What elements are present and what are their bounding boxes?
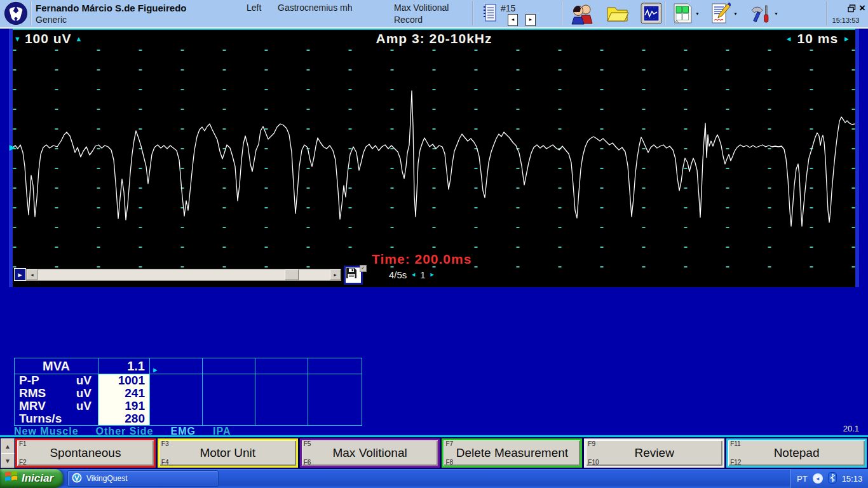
language-indicator[interactable]: PT [797, 474, 808, 484]
sweep-scrollbar[interactable]: ◄ ► [26, 269, 341, 281]
fkey-bottom-label: F12 [730, 459, 741, 466]
measurement-header-empty [203, 358, 255, 374]
measurement-empty-column [255, 374, 308, 425]
start-button[interactable]: Iniciar [0, 469, 63, 488]
measurement-label: Turns/s [15, 412, 98, 425]
fkey-bank-down-button[interactable]: ▼ [1, 453, 15, 468]
toolbar-clock: 15:13:53 [826, 17, 865, 24]
measurement-value: 241 [98, 387, 149, 400]
bluetooth-icon[interactable] [828, 472, 837, 485]
close-button[interactable]: × [859, 4, 865, 13]
fkey-spontaneous[interactable]: F1 F2 Spontaneous [15, 438, 156, 468]
measurement-label: MRVuV [15, 400, 98, 412]
measurement-empty-column [308, 374, 362, 425]
fkey-top-label: F7 [445, 440, 453, 447]
fkey-top-label: F5 [304, 440, 311, 447]
sweep-fraction: 4/5s [389, 269, 407, 280]
fkey-label: Delete Measurement [456, 446, 568, 460]
measurement-empty-column [150, 374, 203, 425]
patient-info-icon[interactable] [571, 3, 595, 27]
measurement-values-column[interactable]: 1001 241 191 280 [98, 374, 150, 425]
windows-taskbar: Iniciar VikingQuest PT ◄ 15:13 [0, 469, 868, 488]
measurement-header-empty [255, 358, 308, 374]
fkey-label: Spontaneous [50, 446, 121, 460]
app-logo-icon [4, 1, 28, 28]
measurement-value: 191 [98, 400, 149, 412]
fkey-max-volitional[interactable]: F5 F6 Max Volitional [300, 438, 440, 468]
toolbar-separator [665, 1, 666, 25]
measurement-value: 1001 [98, 374, 149, 387]
tools-dropdown-icon[interactable]: ▼ [774, 11, 778, 16]
scope-left-border [9, 29, 13, 287]
sensitivity-label: 100 uV [25, 31, 72, 46]
mode-label: Record [394, 15, 423, 25]
tray-collapse-icon[interactable]: ◄ [813, 473, 823, 484]
screen-layout-dropdown-icon[interactable]: ▼ [695, 11, 700, 16]
function-keys: F1 F2 Spontaneous F3 F4 Motor Unit F5 F6… [15, 438, 867, 468]
scope-right-border [855, 29, 859, 287]
fkey-delete-measurement[interactable]: F7 F8 Delete Measurement [442, 438, 582, 468]
emg-plot [9, 29, 859, 287]
report-editor-dropdown-icon[interactable]: ▼ [733, 11, 738, 16]
tray-clock: 15:13 [842, 474, 863, 484]
measurement-header-value: 1.1 [98, 358, 150, 374]
fkey-top-label: F9 [588, 440, 595, 447]
measurement-empty-column [203, 374, 255, 425]
fkey-label: Notepad [774, 446, 820, 460]
task-button-label: VikingQuest [86, 474, 127, 483]
fkey-bottom-label: F10 [588, 459, 599, 466]
measurement-label: P-PuV [15, 374, 98, 387]
start-button-label: Iniciar [22, 472, 53, 485]
app-window: Fernando Márcio S.de Figueiredo Generic … [0, 0, 868, 488]
sensitivity-increase-icon[interactable]: ▲ [76, 36, 83, 43]
sensitivity-decrease-icon[interactable]: ▼ [14, 36, 21, 43]
timebase-increase-icon[interactable]: ► [843, 36, 850, 43]
sensitivity-control: ▼ 100 uV ▲ [14, 31, 83, 46]
sweep-page-number: 1 [420, 269, 425, 280]
fkey-top-label: F1 [19, 440, 27, 447]
open-folder-icon[interactable] [606, 5, 629, 25]
fkey-motor-unit[interactable]: F3 F4 Motor Unit [158, 438, 298, 468]
scrollbar-right-icon[interactable]: ► [330, 269, 341, 280]
acquisition-screen-icon[interactable] [641, 3, 662, 27]
sweep-next-icon[interactable]: ► [430, 271, 435, 278]
scrollbar-thumb[interactable] [285, 269, 299, 280]
trace-baseline-marker-icon: ► [8, 142, 17, 152]
measurement-header-empty [308, 358, 362, 374]
fkey-label: Max Volitional [332, 446, 407, 460]
previous-note-button[interactable]: ◄ [508, 14, 518, 26]
fkey-bank-up-button[interactable]: ▲ [1, 438, 15, 454]
windows-flag-icon [4, 471, 18, 487]
fkey-label: Motor Unit [200, 446, 255, 460]
fkey-review[interactable]: F9 F10 Review [584, 438, 724, 468]
timebase-control: ◄ 10 ms ► [785, 31, 850, 46]
tools-icon[interactable] [750, 4, 771, 26]
save-option-checkbox[interactable]: ✓ [360, 265, 367, 272]
test-label: Max Volitional [394, 3, 449, 13]
muscle-label: Gastrocnemius mh [278, 3, 352, 13]
scrollbar-left-icon[interactable]: ◄ [27, 269, 37, 280]
fkey-bottom-label: F2 [19, 459, 27, 466]
emg-scope: ▼ 100 uV ▲ Amp 3: 20-10kHz ◄ 10 ms ► ► T… [9, 29, 859, 287]
measurement-label: RMSuV [15, 387, 98, 400]
fkey-notepad[interactable]: F11 F12 Notepad [726, 438, 867, 468]
measurement-labels-column: P-PuV RMSuV MRVuV Turns/s [15, 374, 98, 425]
patient-name: Fernando Márcio S.de Figueiredo [36, 3, 187, 13]
next-note-button[interactable]: ► [526, 14, 536, 26]
timebase-decrease-icon[interactable]: ◄ [785, 36, 792, 43]
fkey-bottom-label: F8 [445, 459, 453, 466]
taskbar-task-vikingquest[interactable]: VikingQuest [67, 470, 219, 487]
note-number: #15 [501, 3, 515, 13]
sweep-prev-icon[interactable]: ◄ [410, 271, 416, 278]
sweep-play-button[interactable]: ► [14, 268, 26, 281]
measurement-value: 280 [98, 412, 149, 425]
title-bar: Fernando Márcio S.de Figueiredo Generic … [0, 0, 868, 29]
system-tray: PT ◄ 15:13 [790, 469, 868, 488]
scope-top-border [9, 29, 859, 30]
restore-button[interactable] [848, 4, 856, 15]
fkey-top-label: F11 [730, 440, 741, 447]
report-editor-icon[interactable] [710, 3, 731, 27]
notebook-icon[interactable] [483, 4, 496, 25]
measurement-header-label: MVA [15, 358, 98, 374]
screen-layout-icon[interactable] [672, 3, 693, 26]
